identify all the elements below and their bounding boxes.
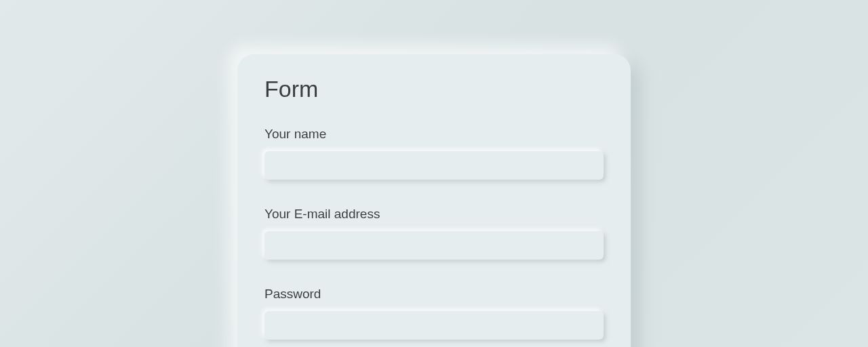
name-label: Your name — [264, 127, 604, 142]
password-label: Password — [264, 287, 604, 302]
email-input[interactable] — [264, 231, 604, 260]
password-input[interactable] — [264, 311, 604, 340]
form-card: Form Your name Your E-mail address Passw… — [237, 54, 631, 347]
form-title: Form — [264, 76, 604, 102]
form-group-name: Your name — [264, 127, 604, 180]
email-label: Your E-mail address — [264, 207, 604, 222]
name-input[interactable] — [264, 151, 604, 180]
form-group-email: Your E-mail address — [264, 207, 604, 260]
form-group-password: Password — [264, 287, 604, 340]
